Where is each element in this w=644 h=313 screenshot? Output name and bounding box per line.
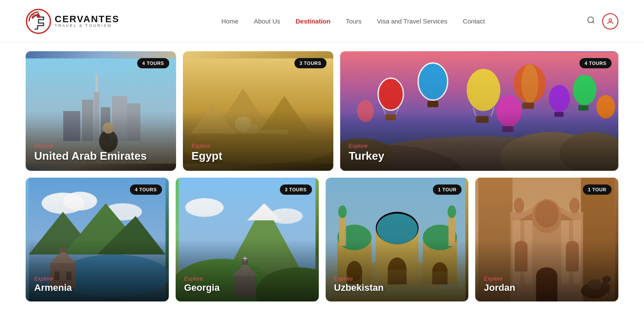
svg-line-30 (396, 107, 399, 114)
dest-info-uzbekistan: Explore Uzbekistan (334, 275, 384, 293)
dest-name-jordan: Jordan (484, 283, 515, 293)
user-account-button[interactable] (602, 13, 618, 29)
svg-point-46 (357, 100, 373, 122)
svg-rect-49 (503, 126, 514, 132)
svg-point-40 (521, 64, 538, 103)
svg-rect-100 (581, 178, 615, 301)
svg-rect-10 (101, 107, 110, 141)
tours-badge-uzbekistan: 1 TOUR (433, 184, 462, 195)
svg-point-84 (376, 214, 418, 244)
svg-marker-106 (511, 199, 583, 220)
logo-sub: TRAVEL & TOURISM (55, 24, 120, 28)
tours-badge-uae: 4 TOURS (137, 58, 169, 68)
svg-line-29 (382, 107, 386, 114)
svg-rect-103 (525, 220, 532, 284)
dest-name-egypt: Egypt (191, 150, 222, 162)
svg-rect-75 (242, 260, 248, 265)
svg-point-124 (603, 276, 611, 283)
svg-rect-104 (562, 220, 569, 284)
svg-line-3 (593, 22, 594, 23)
dest-info-uae: Explore United Arab Emirates (34, 143, 147, 162)
dest-name-armenia: Armenia (34, 283, 72, 293)
tours-badge-armenia: 4 TOURS (130, 184, 162, 195)
svg-point-86 (423, 225, 457, 250)
svg-point-115 (515, 241, 528, 251)
svg-point-54 (41, 193, 84, 214)
svg-rect-12 (63, 111, 80, 141)
nav-item-about[interactable]: About Us (254, 18, 280, 25)
svg-point-47 (597, 95, 615, 119)
tours-badge-egypt: 3 TOURS (294, 58, 326, 68)
svg-point-81 (337, 225, 371, 250)
svg-rect-114 (515, 246, 528, 272)
destination-card-georgia[interactable]: 3 TOURS Explore Georgia (176, 178, 319, 301)
svg-point-42 (549, 85, 570, 112)
svg-point-121 (599, 283, 611, 293)
destination-card-uae[interactable]: 4 TOURS Explore United Arab Emirates (26, 51, 176, 171)
svg-marker-60 (97, 216, 165, 254)
svg-rect-34 (427, 101, 438, 107)
svg-point-118 (581, 283, 607, 298)
nav-item-visa[interactable]: Visa and Travel Services (377, 18, 447, 25)
svg-marker-59 (63, 203, 148, 254)
destination-card-turkey[interactable]: 4 TOURS Explore Turkey (340, 51, 618, 171)
destination-card-jordan[interactable]: 1 TOUR Explore Jordan (475, 178, 618, 301)
dest-info-georgia: Explore Georgia (184, 275, 220, 293)
tours-badge-jordan: 1 TOUR (583, 184, 612, 195)
svg-point-94 (388, 257, 406, 281)
explore-label-uae: Explore (34, 143, 147, 149)
svg-rect-21 (243, 124, 258, 141)
svg-rect-6 (95, 73, 98, 141)
svg-marker-58 (29, 212, 97, 254)
svg-point-35 (467, 69, 500, 111)
search-icon (587, 16, 595, 24)
svg-marker-69 (213, 203, 315, 297)
svg-point-83 (376, 212, 418, 244)
svg-marker-107 (519, 205, 575, 220)
svg-point-72 (256, 267, 318, 301)
nav-icons (587, 13, 618, 29)
main-nav: HomeAbout UsDestinationToursVisa and Tra… (221, 18, 485, 25)
svg-point-32 (418, 63, 447, 100)
destination-card-uzbekistan[interactable]: 1 TOUR Explore Uzbekistan (326, 178, 469, 301)
explore-label-turkey: Explore (349, 143, 384, 149)
svg-rect-9 (82, 100, 93, 141)
svg-rect-11 (112, 96, 127, 141)
destination-card-egypt[interactable]: 3 TOURS Explore Egypt (183, 51, 333, 171)
destinations-row-1: 4 TOURS Explore United Arab Emirates (26, 51, 618, 171)
tours-badge-georgia: 3 TOURS (280, 184, 312, 195)
svg-rect-101 (511, 212, 583, 301)
svg-rect-41 (522, 102, 534, 109)
svg-point-110 (514, 198, 524, 213)
user-icon (606, 18, 614, 25)
svg-rect-112 (536, 276, 558, 301)
destination-card-armenia[interactable]: 4 TOURS Explore Armenia (26, 178, 169, 301)
dest-info-armenia: Explore Armenia (34, 275, 72, 293)
nav-item-contact[interactable]: Contact (463, 18, 485, 25)
search-button[interactable] (587, 16, 595, 26)
svg-point-51 (559, 132, 618, 171)
svg-marker-19 (191, 103, 236, 133)
svg-point-111 (570, 198, 580, 213)
destinations-row-2: 4 TOURS Explore Armenia (26, 178, 618, 301)
svg-rect-119 (589, 282, 593, 293)
explore-label-uzbekistan: Explore (334, 275, 384, 282)
svg-point-108 (532, 199, 562, 233)
svg-rect-87 (339, 212, 346, 246)
svg-point-117 (566, 241, 579, 251)
svg-rect-89 (448, 212, 455, 246)
svg-rect-95 (388, 269, 406, 284)
nav-item-tours[interactable]: Tours (346, 18, 362, 25)
nav-item-home[interactable]: Home (221, 18, 238, 25)
svg-rect-43 (554, 112, 564, 117)
logo[interactable]: CERVANTES TRAVEL & TOURISM (26, 9, 120, 34)
svg-rect-63 (59, 248, 66, 252)
svg-rect-97 (432, 272, 447, 284)
svg-marker-8 (95, 73, 98, 92)
svg-point-56 (103, 203, 142, 220)
dest-name-uae: United Arab Emirates (34, 150, 147, 162)
svg-line-37 (491, 108, 494, 116)
nav-item-destination[interactable]: Destination (296, 18, 331, 25)
svg-point-125 (588, 279, 602, 290)
svg-point-50 (500, 132, 602, 171)
